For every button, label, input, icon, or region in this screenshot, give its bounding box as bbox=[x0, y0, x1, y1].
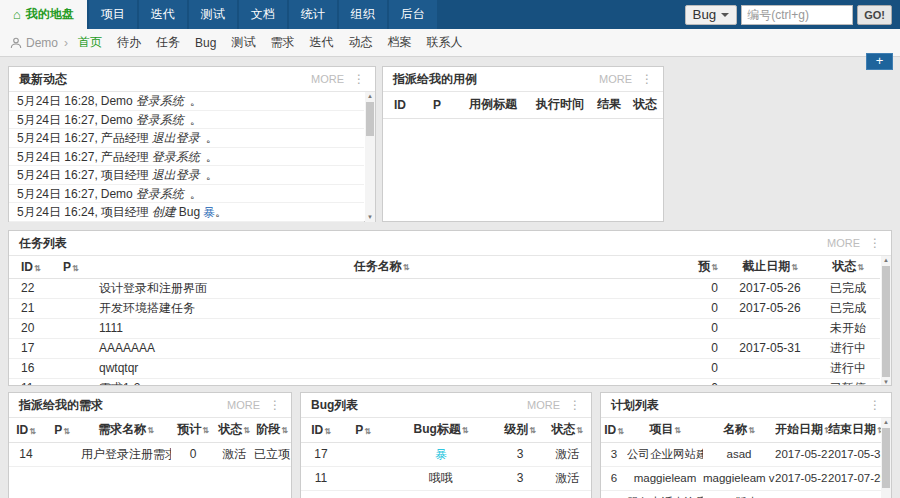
column-header[interactable]: 预⇅ bbox=[676, 256, 724, 278]
subnav-link[interactable]: 待办 bbox=[117, 34, 141, 51]
column-header[interactable]: 状态⇅ bbox=[543, 418, 591, 442]
scrollbar-thumb[interactable] bbox=[882, 428, 890, 488]
panel-menu-icon[interactable]: ⋮ bbox=[641, 67, 653, 91]
column-header[interactable]: 执行时间 bbox=[529, 92, 591, 118]
sort-icon: ⇅ bbox=[462, 426, 469, 435]
my-stories-panel: 指派给我的需求 MORE ⋮ ID⇅ P⇅ 需求名称⇅ 预计⇅ 状态⇅ 阶段⇅ … bbox=[8, 392, 292, 498]
subnav-link[interactable]: 任务 bbox=[156, 34, 180, 51]
scrollbar-thumb[interactable] bbox=[366, 102, 374, 136]
column-header[interactable]: 名称⇅ bbox=[703, 418, 775, 442]
table-row[interactable]: 17 AAAAAAA 0 2017-05-31 进行中 bbox=[9, 338, 880, 358]
table-row[interactable]: 14 用户登录注册需求 0 激活 已立项 bbox=[9, 442, 291, 466]
subnav-link[interactable]: 档案 bbox=[387, 34, 411, 51]
panel-menu-icon[interactable]: ⋮ bbox=[869, 231, 881, 255]
more-link[interactable]: MORE bbox=[527, 393, 560, 417]
more-link[interactable]: MORE bbox=[311, 67, 344, 91]
column-header[interactable]: 状态⇅ bbox=[816, 256, 880, 278]
table-row[interactable]: 22 设计登录和注册界面 0 2017-05-26 已完成 bbox=[9, 278, 880, 298]
breadcrumb-user[interactable]: Demo bbox=[26, 36, 58, 50]
column-header[interactable]: 阶段⇅ bbox=[253, 418, 291, 442]
nav-tab[interactable]: 后台 bbox=[389, 0, 437, 29]
column-header[interactable]: ID⇅ bbox=[301, 418, 341, 442]
sort-icon: ⇅ bbox=[529, 426, 536, 435]
subnav-link[interactable]: 动态 bbox=[348, 34, 372, 51]
column-header[interactable]: ID⇅ bbox=[601, 418, 627, 442]
subnav-link[interactable]: 需求 bbox=[270, 34, 294, 51]
nav-tab[interactable]: 文档 bbox=[239, 0, 287, 29]
scroll-down-icon[interactable]: ▼ bbox=[365, 213, 375, 222]
column-header[interactable]: 需求名称⇅ bbox=[81, 418, 171, 442]
more-link[interactable]: MORE bbox=[599, 67, 632, 91]
panel-menu-icon[interactable]: ⋮ bbox=[269, 393, 281, 417]
column-header[interactable]: P bbox=[417, 92, 457, 118]
scroll-down-icon[interactable]: ▼ bbox=[881, 378, 891, 386]
table-row[interactable]: 6 maggieleam maggieleam v1.0 2017-05-25 … bbox=[601, 466, 881, 490]
scrollbar[interactable]: ▲ bbox=[881, 418, 891, 498]
breadcrumb-nav: Demo › 首页 待办 任务 Bug 测试 需求 迭代 动态 档案 联系人 bbox=[0, 29, 900, 57]
scroll-up-icon[interactable]: ▲ bbox=[881, 418, 891, 427]
nav-tab[interactable]: 迭代 bbox=[139, 0, 187, 29]
subnav-link[interactable]: Bug bbox=[195, 36, 216, 50]
more-link[interactable]: MORE bbox=[827, 231, 860, 255]
scrollbar[interactable]: ▲ ▼ bbox=[365, 92, 375, 222]
bug-title-link[interactable]: 暴 bbox=[385, 442, 497, 466]
panel-menu-icon[interactable]: ⋮ bbox=[353, 67, 365, 91]
dashboard-content: + 最新动态 MORE ⋮ 5月24日 16:28,Demo登录系统。 5月24… bbox=[0, 57, 900, 498]
latest-news-panel: 最新动态 MORE ⋮ 5月24日 16:28,Demo登录系统。 5月24日 … bbox=[8, 66, 376, 222]
subnav-link[interactable]: 迭代 bbox=[309, 34, 333, 51]
table-row[interactable]: 8 服务电话查询系统 1.0版本 2017-05-25 2017-08-25 bbox=[601, 490, 881, 498]
column-header[interactable]: ID⇅ bbox=[9, 256, 51, 278]
panel-menu-icon[interactable]: ⋮ bbox=[869, 393, 881, 417]
bug-list-panel: Bug列表 MORE ⋮ ID⇅ P⇅ Bug标题⇅ 级别⇅ 状态⇅ 17 bbox=[300, 392, 592, 498]
my-cases-panel: 指派给我的用例 MORE ⋮ ID P 用例标题 执行时间 结果 状态 bbox=[382, 66, 664, 222]
column-header[interactable]: 级别⇅ bbox=[497, 418, 543, 442]
table-row[interactable]: 11 哦哦 3 激活 bbox=[301, 466, 591, 490]
table-row[interactable]: 11 需求1-2 0 已暂停 bbox=[9, 378, 880, 386]
column-header[interactable]: 用例标题 bbox=[457, 92, 529, 118]
column-header[interactable]: ID⇅ bbox=[9, 418, 43, 442]
scrollbar[interactable]: ▲ ▼ bbox=[881, 256, 891, 386]
nav-tab[interactable]: 项目 bbox=[89, 0, 137, 29]
table-row[interactable]: 21 开发环境搭建任务 0 2017-05-26 已完成 bbox=[9, 298, 880, 318]
subnav-link[interactable]: 联系人 bbox=[426, 34, 462, 51]
scrollbar-thumb[interactable] bbox=[882, 266, 890, 377]
subnav-link[interactable]: 测试 bbox=[231, 34, 255, 51]
table-row[interactable]: 16 qwtqtqr 0 进行中 bbox=[9, 358, 880, 378]
news-object-link[interactable]: 暴 bbox=[203, 205, 215, 219]
column-header[interactable]: ID bbox=[383, 92, 417, 118]
scroll-up-icon[interactable]: ▲ bbox=[881, 256, 891, 265]
nav-tab[interactable]: 测试 bbox=[189, 0, 237, 29]
table-row[interactable]: 3 公司企业网站建设 asad 2017-05-25 2017-05-31 bbox=[601, 442, 881, 466]
nav-tab[interactable]: 组织 bbox=[339, 0, 387, 29]
column-header[interactable]: P⇅ bbox=[43, 418, 81, 442]
news-item: 5月24日 16:27,项目经理退出登录。 bbox=[9, 166, 364, 185]
column-header[interactable]: P⇅ bbox=[341, 418, 385, 442]
panel-menu-icon[interactable]: ⋮ bbox=[569, 393, 581, 417]
column-header[interactable]: 预计⇅ bbox=[171, 418, 215, 442]
column-header[interactable]: 项目⇅ bbox=[627, 418, 703, 442]
sort-icon: ⇅ bbox=[748, 426, 755, 435]
column-header[interactable]: 状态 bbox=[627, 92, 663, 118]
column-header[interactable]: Bug标题⇅ bbox=[385, 418, 497, 442]
column-header[interactable]: P⇅ bbox=[51, 256, 87, 278]
table-row[interactable]: 20 1111 0 未开始 bbox=[9, 318, 880, 338]
nav-tab[interactable]: 统计 bbox=[289, 0, 337, 29]
column-header[interactable]: 结果 bbox=[591, 92, 627, 118]
add-button[interactable]: + bbox=[866, 53, 893, 70]
column-header[interactable]: 开始日期⇅ bbox=[775, 418, 828, 442]
search-module-dropdown[interactable]: Bug bbox=[685, 5, 738, 25]
table-row[interactable]: 17 暴 3 激活 bbox=[301, 442, 591, 466]
bugs-table: ID⇅ P⇅ Bug标题⇅ 级别⇅ 状态⇅ 17 暴 3 激活 11 bbox=[301, 418, 591, 491]
column-header[interactable]: 截止日期⇅ bbox=[724, 256, 816, 278]
column-header[interactable]: 状态⇅ bbox=[215, 418, 253, 442]
search-input[interactable] bbox=[741, 5, 853, 25]
sort-icon: ⇅ bbox=[711, 263, 718, 272]
go-button[interactable]: GO! bbox=[857, 5, 892, 25]
sort-icon: ⇅ bbox=[147, 426, 154, 435]
column-header[interactable]: 任务名称⇅ bbox=[87, 256, 676, 278]
column-header[interactable]: 结束日期⇅ bbox=[828, 418, 881, 442]
scroll-up-icon[interactable]: ▲ bbox=[365, 92, 375, 101]
more-link[interactable]: MORE bbox=[227, 393, 260, 417]
subnav-link[interactable]: 首页 bbox=[78, 34, 102, 51]
tab-my-dashboard[interactable]: ⌂ 我的地盘 bbox=[0, 0, 87, 29]
